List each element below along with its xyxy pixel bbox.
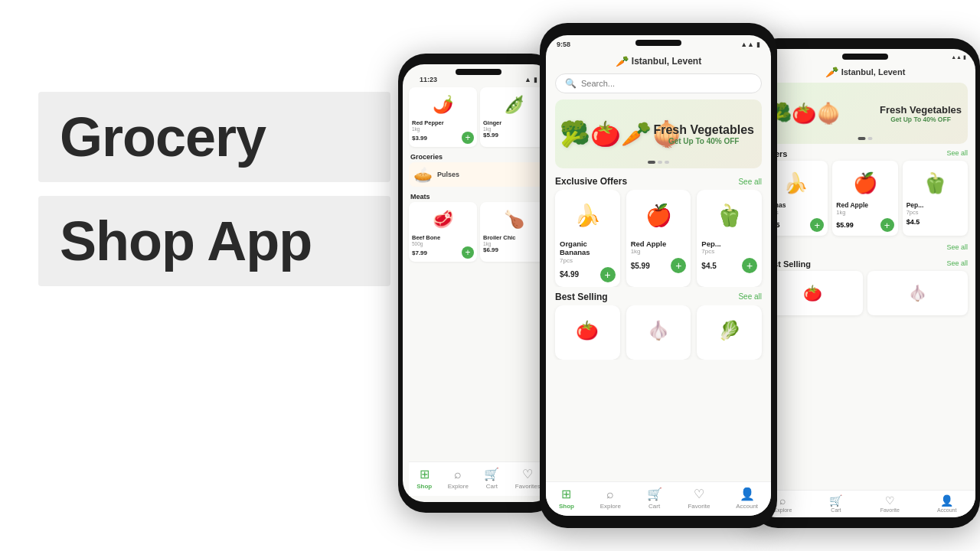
right-banner-veg: 🥦🍅🧅	[767, 102, 841, 126]
ginger-qty: 1kg	[483, 126, 545, 132]
nav-account-center[interactable]: 👤 Account	[736, 487, 758, 510]
dot-3	[665, 161, 669, 164]
search-bar-center[interactable]: 🔍	[555, 73, 762, 93]
favorites-nav-icon-left: ♡	[522, 467, 533, 481]
add-red-pepper-btn[interactable]: +	[462, 132, 474, 144]
broiler-img: 🍗	[483, 205, 545, 234]
product-card-beef: 🥩 Beef Bone 500g $7.99 +	[409, 202, 477, 262]
location-row-center: 🥕 Istanbul, Levent	[616, 55, 701, 67]
rbn-account-label: Account	[937, 507, 956, 513]
extra-img: 🥬	[701, 310, 757, 352]
ginger-price: $5.99	[483, 132, 498, 139]
bananas-qty: 7pcs	[560, 257, 616, 264]
right-offers-see-all[interactable]: See all	[946, 149, 968, 158]
exclusive-offers-title: Exclusive Offers	[555, 176, 627, 187]
rbn-explore-label: Explore	[774, 507, 792, 513]
right-apple-name: Red Apple	[836, 201, 893, 209]
branding-section: Grocery Shop App	[38, 92, 390, 286]
bananas-img: 🍌	[560, 194, 616, 236]
right-offers-header: Offers See all	[755, 145, 975, 161]
best-selling-see-all[interactable]: See all	[738, 292, 762, 301]
broiler-qty: 1kg	[483, 241, 545, 246]
rbn-favorite-icon: ♡	[885, 494, 895, 507]
right-add-bananas-btn[interactable]: +	[810, 218, 824, 232]
search-icon-center: 🔍	[565, 78, 577, 89]
nav-explore-center[interactable]: ⌕ Explore	[600, 487, 621, 510]
pepper-price: $4.5	[701, 262, 716, 270]
broiler-name: Broiler Chic	[483, 234, 545, 241]
nav-explore-left[interactable]: ⌕ Explore	[448, 468, 469, 490]
cart-nav-label-left: Cart	[486, 483, 498, 490]
pepper-img: 🫑	[701, 194, 757, 236]
account-icon-center: 👤	[740, 487, 755, 501]
red-apple-price: $5.99	[631, 262, 650, 270]
beef-qty: 500g	[412, 241, 474, 246]
add-bananas-btn[interactable]: +	[600, 267, 616, 282]
phone-right-screen: 9:58 ▲▲ ▮ 🥕 Istanbul, Levent 🥦🍅🧅 Fresh V…	[755, 49, 975, 517]
explore-nav-label-left: Explore	[448, 483, 469, 490]
add-beef-btn[interactable]: +	[462, 246, 474, 259]
nav-shop-center[interactable]: ⊞ Shop	[559, 487, 574, 510]
shop-nav-icon-left: ⊞	[420, 467, 430, 481]
best-selling-title: Best Selling	[555, 292, 608, 302]
center-phone-content: 9:58 ▲▲ ▮ 🥕 Istanbul, Levent 🔍	[546, 35, 771, 516]
notch-left	[456, 69, 501, 75]
best-selling-products: 🍅 🧄 🥬	[546, 305, 771, 360]
right-apple-footer: $5.99 +	[836, 218, 893, 232]
nav-cart-center[interactable]: 🛒 Cart	[647, 487, 662, 510]
carrot-icon-center: 🥕	[616, 55, 629, 67]
right-best-selling-see-all[interactable]: See all	[946, 259, 968, 269]
right-add-apple-btn[interactable]: +	[880, 218, 894, 232]
nav-shop-left[interactable]: ⊞ Shop	[416, 467, 432, 490]
banner-text-center: Fresh Vegetables Get Up To 40% OFF	[653, 123, 754, 145]
rbn-cart-icon: 🛒	[829, 494, 842, 507]
phone-right: 9:58 ▲▲ ▮ 🥕 Istanbul, Levent 🥦🍅🧅 Fresh V…	[750, 38, 980, 528]
bananas-name: Organic Bananas	[560, 240, 616, 257]
wifi-icon: ▲	[524, 76, 531, 83]
location-text-right: Istanbul, Levent	[841, 67, 906, 77]
add-red-apple-btn[interactable]: +	[671, 258, 686, 273]
product-card-broiler: 🍗 Broiler Chic 1kg $6.99	[480, 202, 548, 262]
red-pepper-img: 🌶️	[412, 90, 474, 119]
right-best-1-img: 🍅	[766, 275, 859, 311]
best-selling-header: Best Selling See all	[546, 287, 771, 305]
favorite-label-center: Favorite	[688, 503, 710, 510]
pepper-footer: $4.5 +	[701, 258, 757, 273]
search-input-center[interactable]	[581, 79, 752, 88]
nav-favorite-center[interactable]: ♡ Favorite	[688, 487, 710, 510]
add-pepper-btn[interactable]: +	[742, 258, 757, 273]
dot-2	[658, 161, 662, 164]
right-pep-name: Pep...	[906, 201, 964, 209]
status-icons-right: ▲▲ ▮	[951, 54, 966, 60]
phone-left: 11:23 ▲ ▮ 🌶️ Red Pepper 1kg $3.99 +	[398, 54, 559, 513]
rbn-favorite[interactable]: ♡ Favorite	[880, 494, 900, 513]
banner-sub-center: Get Up To 40% OFF	[653, 137, 754, 145]
ginger-img: 🫛	[483, 90, 545, 119]
product-card-red-apple: 🍎 Red Apple 1kg $5.99 +	[626, 190, 691, 287]
dot-1	[648, 161, 655, 164]
nav-favorites-left[interactable]: ♡ Favorites	[515, 467, 541, 490]
red-apple-img: 🍎	[631, 194, 687, 236]
rbn-account[interactable]: 👤 Account	[937, 494, 956, 513]
cart-icon-center: 🛒	[647, 487, 662, 501]
favorite-icon-center: ♡	[694, 487, 704, 501]
product-card-ginger: 🫛 Ginger 1kg $5.99	[480, 87, 548, 147]
right-banner: 🥦🍅🧅 Fresh Vegetables Get Up To 40% OFF	[763, 83, 968, 144]
r-dot-2	[868, 137, 873, 140]
rbn-cart[interactable]: 🛒 Cart	[829, 494, 842, 513]
beef-price: $7.99	[412, 249, 427, 256]
nav-cart-left[interactable]: 🛒 Cart	[484, 467, 499, 490]
right-pep-price: $4.5	[906, 218, 920, 226]
favorites-nav-label-left: Favorites	[515, 483, 541, 490]
battery-icon-center: ▮	[756, 41, 760, 48]
shop-nav-label-left: Shop	[416, 483, 432, 490]
pepper-name: Pep...	[701, 240, 757, 248]
phone-center: 9:58 ▲▲ ▮ 🥕 Istanbul, Levent 🔍	[540, 23, 777, 528]
right-see-all-2-label[interactable]: See all	[946, 243, 968, 251]
exclusive-offers-see-all[interactable]: See all	[738, 178, 762, 186]
pulses-category[interactable]: 🥧 Pulses	[409, 162, 548, 187]
grocery-title-box: Grocery	[38, 92, 390, 182]
wifi-icon-right: ▲▲	[951, 54, 962, 60]
shop-icon-center: ⊞	[561, 487, 571, 501]
right-apple-price: $5.99	[836, 221, 854, 229]
